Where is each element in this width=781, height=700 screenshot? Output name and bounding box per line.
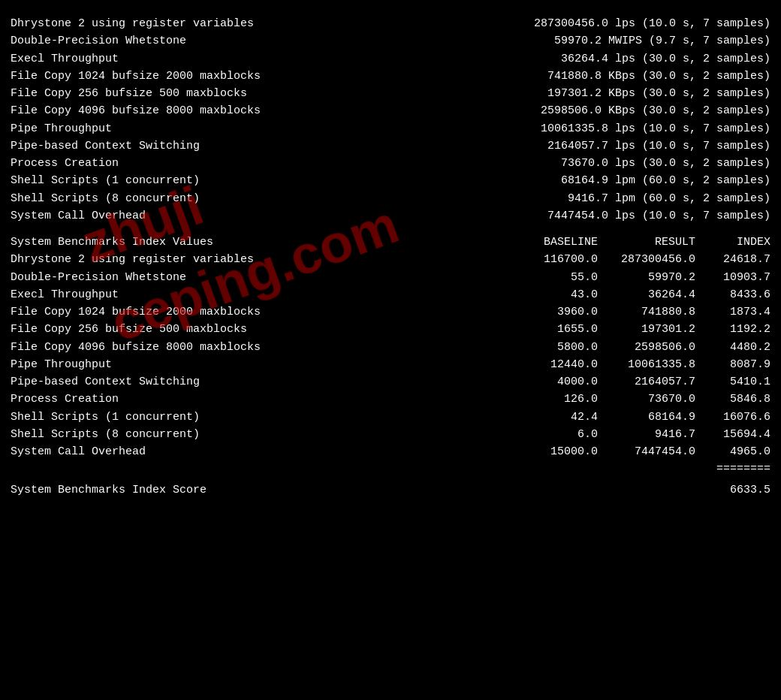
score-value: 6633.5 — [730, 481, 770, 499]
index-header-baseline: BASELINE — [508, 234, 598, 251]
index-row-result: 7447454.0 — [598, 443, 695, 460]
measurement-label: Shell Scripts (1 concurrent) — [11, 172, 200, 189]
index-data-row: Dhrystone 2 using register variables1167… — [11, 251, 770, 268]
measurement-label: Pipe-based Context Switching — [11, 137, 200, 155]
index-row-label: Pipe-based Context Switching — [11, 373, 508, 391]
terminal-content: Dhrystone 2 using register variables2873… — [11, 15, 770, 499]
index-row-index: 5846.8 — [695, 391, 770, 408]
measurement-row: File Copy 4096 bufsize 8000 maxblocks259… — [11, 102, 770, 119]
index-row-label: Process Creation — [11, 391, 508, 408]
index-row-baseline: 1655.0 — [508, 321, 598, 338]
measurement-label: Pipe Throughput — [11, 120, 112, 137]
measurement-value: 741880.8 KBps (30.0 s, 2 samples) — [547, 68, 770, 85]
measurement-value: 10061335.8 lps (10.0 s, 7 samples) — [541, 120, 770, 137]
index-row-label: File Copy 256 bufsize 500 maxblocks — [11, 321, 508, 338]
index-row-index: 16076.6 — [695, 409, 770, 426]
index-row-result: 10061335.8 — [598, 356, 695, 373]
index-row-index: 8433.6 — [695, 286, 770, 303]
index-row-index: 10903.7 — [695, 269, 770, 286]
measurement-value: 59970.2 MWIPS (9.7 s, 7 samples) — [554, 32, 770, 50]
index-data-row: Shell Scripts (1 concurrent)42.468164.91… — [11, 409, 770, 426]
index-row-label: Shell Scripts (1 concurrent) — [11, 409, 508, 426]
index-row-label: System Call Overhead — [11, 443, 508, 460]
index-row-baseline: 126.0 — [508, 391, 598, 408]
index-row-index: 24618.7 — [695, 251, 770, 268]
index-row-index: 5410.1 — [695, 373, 770, 391]
index-data-row: Process Creation126.073670.05846.8 — [11, 391, 770, 408]
index-row-label: File Copy 4096 bufsize 8000 maxblocks — [11, 339, 508, 356]
index-data-row: Shell Scripts (8 concurrent)6.09416.7156… — [11, 426, 770, 443]
index-row-baseline: 55.0 — [508, 269, 598, 286]
measurement-row: System Call Overhead7447454.0 lps (10.0 … — [11, 207, 770, 225]
index-header-row: System Benchmarks Index ValuesBASELINERE… — [11, 234, 770, 251]
index-row-baseline: 15000.0 — [508, 443, 598, 460]
index-row-result: 59970.2 — [598, 269, 695, 286]
index-row-label: Execl Throughput — [11, 286, 508, 303]
measurement-value: 36264.4 lps (30.0 s, 2 samples) — [561, 50, 770, 68]
measurement-row: Shell Scripts (8 concurrent)9416.7 lpm (… — [11, 190, 770, 207]
measurement-row: Shell Scripts (1 concurrent)68164.9 lpm … — [11, 172, 770, 189]
index-row-label: Shell Scripts (8 concurrent) — [11, 426, 508, 443]
index-row-label: Double-Precision Whetstone — [11, 269, 508, 286]
measurement-row: Pipe-based Context Switching2164057.7 lp… — [11, 137, 770, 155]
measurement-label: Dhrystone 2 using register variables — [11, 15, 254, 32]
index-row-label: File Copy 1024 bufsize 2000 maxblocks — [11, 303, 508, 321]
index-data-row: File Copy 4096 bufsize 8000 maxblocks580… — [11, 339, 770, 356]
index-row-baseline: 3960.0 — [508, 303, 598, 321]
index-header-index: INDEX — [695, 234, 770, 251]
measurement-value: 73670.0 lps (30.0 s, 2 samples) — [561, 155, 770, 172]
measurement-row: Process Creation73670.0 lps (30.0 s, 2 s… — [11, 155, 770, 172]
measurement-row: Double-Precision Whetstone59970.2 MWIPS … — [11, 32, 770, 50]
measurement-label: Shell Scripts (8 concurrent) — [11, 190, 200, 207]
measurement-label: File Copy 4096 bufsize 8000 maxblocks — [11, 102, 261, 119]
index-row-index: 1873.4 — [695, 303, 770, 321]
index-data-row: File Copy 256 bufsize 500 maxblocks1655.… — [11, 321, 770, 338]
measurement-row: Dhrystone 2 using register variables2873… — [11, 15, 770, 32]
measurement-label: System Call Overhead — [11, 207, 146, 225]
index-row-result: 197301.2 — [598, 321, 695, 338]
measurement-row: File Copy 1024 bufsize 2000 maxblocks741… — [11, 68, 770, 85]
measurement-label: Double-Precision Whetstone — [11, 32, 186, 50]
index-row-baseline: 12440.0 — [508, 356, 598, 373]
index-row-baseline: 43.0 — [508, 286, 598, 303]
index-row-baseline: 5800.0 — [508, 339, 598, 356]
index-row-index: 4965.0 — [695, 443, 770, 460]
measurement-label: File Copy 256 bufsize 500 maxblocks — [11, 85, 247, 102]
index-data-row: Pipe-based Context Switching4000.0216405… — [11, 373, 770, 391]
measurement-row: Execl Throughput36264.4 lps (30.0 s, 2 s… — [11, 50, 770, 68]
index-row-label: Pipe Throughput — [11, 356, 508, 373]
index-row-result: 9416.7 — [598, 426, 695, 443]
index-row-index: 8087.9 — [695, 356, 770, 373]
index-row-result: 287300456.0 — [598, 251, 695, 268]
measurement-label: Execl Throughput — [11, 50, 119, 68]
index-row-result: 68164.9 — [598, 409, 695, 426]
measurements-section: Dhrystone 2 using register variables2873… — [11, 15, 770, 225]
measurement-label: File Copy 1024 bufsize 2000 maxblocks — [11, 68, 261, 85]
index-row-baseline: 116700.0 — [508, 251, 598, 268]
index-header-result: RESULT — [598, 234, 695, 251]
score-row: System Benchmarks Index Score6633.5 — [11, 481, 770, 499]
index-data-row: Execl Throughput43.036264.48433.6 — [11, 286, 770, 303]
measurement-row: Pipe Throughput10061335.8 lps (10.0 s, 7… — [11, 120, 770, 137]
index-row-index: 1192.2 — [695, 321, 770, 338]
index-row-result: 2598506.0 — [598, 339, 695, 356]
measurement-label: Process Creation — [11, 155, 119, 172]
index-data-row: Pipe Throughput12440.010061335.88087.9 — [11, 356, 770, 373]
index-row-baseline: 42.4 — [508, 409, 598, 426]
measurement-value: 68164.9 lpm (60.0 s, 2 samples) — [561, 172, 770, 189]
measurement-value: 2164057.7 lps (10.0 s, 7 samples) — [547, 137, 770, 155]
index-row-result: 36264.4 — [598, 286, 695, 303]
measurement-value: 2598506.0 KBps (30.0 s, 2 samples) — [541, 102, 770, 119]
score-label: System Benchmarks Index Score — [11, 481, 207, 499]
index-row-index: 15694.4 — [695, 426, 770, 443]
index-section: System Benchmarks Index ValuesBASELINERE… — [11, 234, 770, 499]
index-data-row: Double-Precision Whetstone55.059970.2109… — [11, 269, 770, 286]
index-row-label: Dhrystone 2 using register variables — [11, 251, 508, 268]
index-row-result: 2164057.7 — [598, 373, 695, 391]
index-row-baseline: 6.0 — [508, 426, 598, 443]
index-row-baseline: 4000.0 — [508, 373, 598, 391]
measurement-value: 197301.2 KBps (30.0 s, 2 samples) — [547, 85, 770, 102]
measurement-value: 9416.7 lpm (60.0 s, 2 samples) — [568, 190, 770, 207]
index-row-index: 4480.2 — [695, 339, 770, 356]
index-data-row: File Copy 1024 bufsize 2000 maxblocks396… — [11, 303, 770, 321]
